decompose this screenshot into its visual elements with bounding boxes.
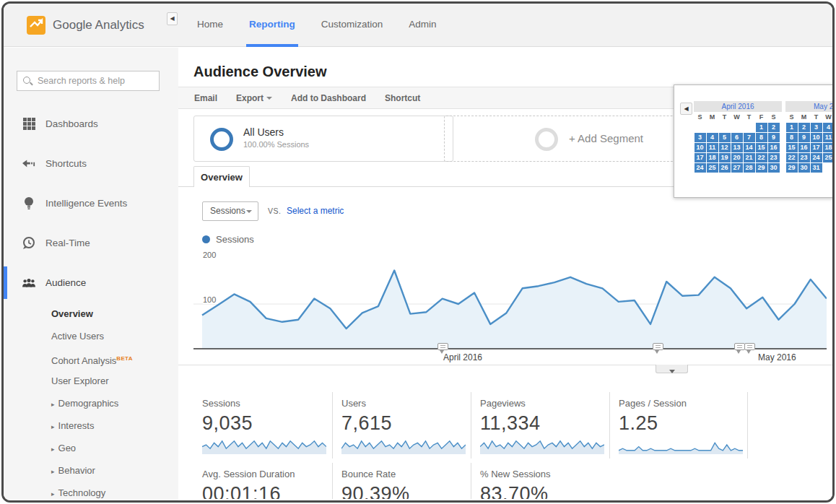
calendar-day-cell[interactable]: 27 xyxy=(731,163,743,173)
calendar-day-cell[interactable]: 11 xyxy=(707,143,718,152)
calendar-day-cell[interactable]: 10 xyxy=(695,143,706,152)
calendar-day-cell[interactable]: 23 xyxy=(798,153,810,162)
calendar-day-cell[interactable]: 28 xyxy=(744,163,755,173)
toolbar-add-to-dashboard-button[interactable]: Add to Dashboard xyxy=(291,93,366,103)
calendar-day-cell[interactable]: 25 xyxy=(823,153,835,162)
sidebar-subitem-interests[interactable]: ▸Interests xyxy=(4,414,178,437)
calendar-day-cell[interactable]: 17 xyxy=(811,143,822,152)
xtick-may: May 2016 xyxy=(758,352,796,362)
annotations-expander-button[interactable] xyxy=(656,365,688,373)
calendar-day-cell[interactable]: 8 xyxy=(786,133,798,142)
calendar-day-cell[interactable]: 19 xyxy=(719,153,731,162)
calendar-day-cell[interactable]: 1 xyxy=(756,123,767,132)
calendar-day-cell[interactable]: 6 xyxy=(731,133,743,142)
calendar-day-cell[interactable]: 2 xyxy=(768,123,780,132)
calendar-day-cell[interactable]: 9 xyxy=(798,133,810,142)
metric-card-pageviews[interactable]: Pageviews11,334 xyxy=(471,392,609,459)
calendar-week-row: 15161718192021 xyxy=(785,142,835,152)
sidebar-item-shortcuts[interactable]: Shortcuts xyxy=(4,144,178,183)
metrics-row-2: Avg. Session Duration00:01:16Bounce Rate… xyxy=(193,463,749,499)
calendar-day-cell[interactable]: 3 xyxy=(695,133,706,142)
toolbar-email-button[interactable]: Email xyxy=(194,93,217,103)
calendar-day-cell[interactable]: 21 xyxy=(744,153,755,162)
google-analytics-logo[interactable]: Google Analytics xyxy=(27,16,144,35)
calendar-day-cell[interactable]: 4 xyxy=(823,123,835,132)
calendar-day-cell[interactable]: 10 xyxy=(811,133,822,142)
calendar-day-cell[interactable]: 25 xyxy=(707,163,718,173)
calendar-day-cell[interactable]: 7 xyxy=(744,133,755,142)
sidebar-subitem-geo[interactable]: ▸Geo xyxy=(4,437,178,459)
sidebar-item-real-time[interactable]: Real-Time xyxy=(4,223,178,263)
annotation-marker-icon[interactable] xyxy=(734,343,745,350)
sidebar-subitem-active-users[interactable]: Active Users xyxy=(4,325,178,347)
nav-item-customization[interactable]: Customization xyxy=(308,4,396,47)
calendar-day-cell[interactable]: 5 xyxy=(719,133,731,142)
annotation-marker-icon[interactable] xyxy=(653,343,663,350)
calendar-day-cell[interactable]: 18 xyxy=(823,143,835,152)
calendar-day-cell[interactable]: 12 xyxy=(719,143,731,152)
sidebar-subitem-user-explorer[interactable]: User Explorer xyxy=(4,370,178,392)
calendar-day-cell[interactable]: 20 xyxy=(731,153,743,162)
sidebar-subitem-demographics[interactable]: ▸Demographics xyxy=(4,392,178,414)
nav-item-admin[interactable]: Admin xyxy=(396,4,449,47)
metric-selector-dropdown[interactable]: Sessions xyxy=(202,201,258,221)
sidebar-item-intelligence-events[interactable]: Intelligence Events xyxy=(4,183,178,223)
sidebar-subitem-label: Demographics xyxy=(58,398,119,409)
calendar-day-cell[interactable]: 1 xyxy=(786,123,798,132)
toolbar-export-button[interactable]: Export xyxy=(236,93,272,103)
expand-arrow-icon: ▸ xyxy=(51,394,55,416)
select-a-metric-link[interactable]: Select a metric xyxy=(287,206,344,216)
annotation-marker-icon[interactable] xyxy=(437,343,448,350)
sessions-timeseries-chart[interactable]: 200 100 April 2016 May 2016 xyxy=(193,249,835,375)
calendar-day-cell[interactable]: 29 xyxy=(756,163,767,173)
calendar-prev-month-button[interactable]: ◀ xyxy=(680,103,692,115)
calendar-day-cell[interactable]: 17 xyxy=(695,153,706,162)
tab-overview[interactable]: Overview xyxy=(193,166,250,187)
calendar-day-cell[interactable]: 11 xyxy=(823,133,835,142)
calendar-day-cell[interactable]: 15 xyxy=(786,143,798,152)
sidebar-subitem-behavior[interactable]: ▸Behavior xyxy=(4,459,178,482)
calendar-day-cell[interactable]: 13 xyxy=(731,143,743,152)
page-title: Audience Overview xyxy=(193,64,327,80)
calendar-day-cell[interactable]: 9 xyxy=(768,133,780,142)
calendar-day-cell[interactable]: 15 xyxy=(756,143,767,152)
calendar-day-cell[interactable]: 3 xyxy=(811,123,822,132)
calendar-day-cell[interactable]: 22 xyxy=(756,153,767,162)
calendar-day-cell[interactable]: 16 xyxy=(798,143,810,152)
calendar-day-cell[interactable]: 14 xyxy=(744,143,755,152)
calendar-day-cell[interactable]: 29 xyxy=(786,163,798,173)
search-input[interactable] xyxy=(38,71,157,90)
calendar-day-cell[interactable]: 24 xyxy=(695,163,706,173)
calendar-day-cell[interactable]: 24 xyxy=(811,153,822,162)
annotation-marker-icon[interactable] xyxy=(744,343,755,350)
metric-card-pages-session[interactable]: Pages / Session1.25 xyxy=(609,392,748,459)
nav-item-reporting[interactable]: Reporting xyxy=(236,4,308,47)
sidebar-collapse-button[interactable]: ◀ xyxy=(167,12,178,25)
sidebar-subitem-cohort-analysis[interactable]: Cohort AnalysisBETA xyxy=(4,347,178,370)
sidebar-subitem-technology[interactable]: ▸Technology xyxy=(4,482,178,503)
calendar-day-cell[interactable]: 26 xyxy=(719,163,731,173)
calendar-day-cell[interactable]: 8 xyxy=(756,133,767,142)
calendar-day-cell[interactable]: 30 xyxy=(798,163,810,173)
sidebar-subitem-overview[interactable]: Overview xyxy=(4,303,178,325)
metric-card--new-sessions[interactable]: % New Sessions83.70% xyxy=(471,463,609,499)
metric-card-avg-session-duration[interactable]: Avg. Session Duration00:01:16 xyxy=(193,463,332,499)
toolbar-shortcut-button[interactable]: Shortcut xyxy=(385,93,420,103)
calendar-day-headers: SMTWTFS xyxy=(694,112,782,122)
calendar-day-cell[interactable]: 23 xyxy=(768,153,780,162)
calendar-day-cell[interactable]: 4 xyxy=(707,133,718,142)
calendar-day-cell[interactable]: 2 xyxy=(798,123,810,132)
calendar-day-cell[interactable]: 31 xyxy=(811,163,822,173)
report-sidebar: DashboardsShortcutsIntelligence EventsRe… xyxy=(4,48,178,500)
sidebar-item-audience[interactable]: Audience xyxy=(4,263,178,303)
segment-all-users[interactable]: All Users 100.00% Sessions xyxy=(193,116,453,162)
metric-card-users[interactable]: Users7,615 xyxy=(332,392,471,459)
calendar-day-cell[interactable]: 30 xyxy=(768,163,780,173)
metric-card-sessions[interactable]: Sessions9,035 xyxy=(193,392,332,459)
calendar-day-cell[interactable]: 22 xyxy=(786,153,798,162)
sidebar-item-dashboards[interactable]: Dashboards xyxy=(4,104,178,144)
calendar-day-cell[interactable]: 18 xyxy=(707,153,718,162)
nav-item-home[interactable]: Home xyxy=(184,4,236,47)
calendar-day-cell[interactable]: 16 xyxy=(768,143,780,152)
metric-card-bounce-rate[interactable]: Bounce Rate90.39% xyxy=(332,463,471,499)
